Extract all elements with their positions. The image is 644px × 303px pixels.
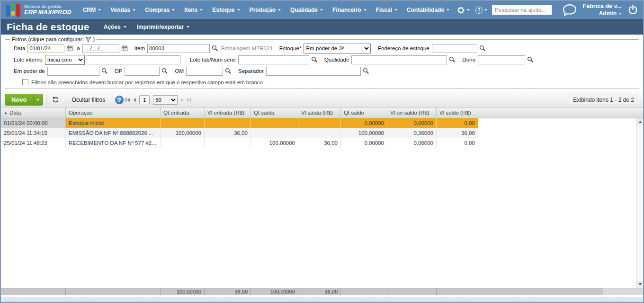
column-header[interactable]: Qt saída [251,107,298,118]
menu-vendas[interactable]: Vendas [106,7,140,13]
acoes-menu[interactable]: Ações [104,24,126,30]
footer-cell-3: 36,00 [205,288,251,295]
column-header[interactable]: Vl entrada (R$) [205,107,251,118]
help-icon: ? [475,7,483,14]
menu-fiscal[interactable]: Fiscal [371,7,402,13]
column-header[interactable]: ▲Data [1,107,66,118]
chevron-down-icon [237,9,240,11]
search-icon[interactable] [212,45,218,52]
dono-input[interactable] [478,55,525,64]
cell-3: 36,00 [205,128,251,138]
help-menu[interactable]: ? [473,7,490,14]
menu-itens[interactable]: Itens [179,7,207,13]
separador-input[interactable] [266,67,361,76]
qualidade-input[interactable] [351,55,447,64]
date-to-input[interactable] [82,44,119,53]
column-header[interactable]: Vl saldo (R$) [437,107,478,118]
calendar-icon[interactable] [121,45,128,52]
search-icon[interactable] [161,68,168,74]
help-search-input[interactable] [492,5,552,15]
search-icon[interactable] [363,68,369,74]
column-header-label: Vl saldo (R$) [439,110,471,116]
qualidade-label: Qualidade [324,57,349,62]
om-input[interactable] [186,67,223,76]
chevron-down-icon [467,9,470,11]
column-header[interactable]: Operação [66,107,161,118]
column-header[interactable]: Qt entrada [161,107,205,118]
search-icon[interactable] [479,45,486,52]
grid-toolbar: Novo Ocultar filtros ? 50 Exibindo [1,92,643,107]
menu-qualidade[interactable]: Qualidade [286,7,328,13]
cell-6: 0,00000 [341,118,387,128]
table-row[interactable]: 25/01/24 11:34:15EMISSÃO DA NF Nº 888882… [1,128,643,138]
filter-funnel-icon[interactable] [85,36,91,42]
last-page-button[interactable] [187,98,191,102]
column-header[interactable]: Vl saída (R$) [298,107,341,118]
prev-page-button[interactable] [133,98,136,102]
search-icon[interactable] [449,56,456,63]
cell-5 [298,118,341,128]
search-icon[interactable] [311,56,318,63]
cell-6: 100,00000 [341,128,387,138]
user-menu[interactable]: Fábrica de v... Admin [583,3,622,18]
chevron-down-icon [484,9,487,11]
blank-filter-label: Filtros não preenchidos devem buscar por… [31,80,263,85]
ocultar-filtros-button[interactable]: Ocultar filtros [68,95,109,105]
lote-interno-input[interactable] [87,55,180,64]
menu-label: CRM [83,7,96,13]
footer-cell-8 [437,288,478,295]
lote-interno-operator-select[interactable]: Inicia com [45,55,85,65]
imprimir-exportar-menu[interactable]: Imprimir/exportar [137,24,189,30]
calendar-icon[interactable] [66,45,73,52]
column-header[interactable]: Vl un saldo (R$) [387,107,437,118]
table-row[interactable]: 25/01/24 11:48:23RECEBIMENTO DA NF Nº 57… [1,138,643,148]
chevron-down-icon [36,99,39,101]
lote-fab-input[interactable] [238,55,309,64]
menu-compras[interactable]: Compras [140,7,179,13]
chevron-down-icon [172,9,175,11]
scroll-down-button[interactable] [637,281,643,288]
page-size-select[interactable]: 50 [153,95,178,105]
date-from-input[interactable] [27,44,64,53]
scroll-up-button[interactable] [637,118,643,125]
logout-power-icon[interactable] [627,5,638,16]
novo-dropdown[interactable] [33,94,43,105]
search-icon[interactable] [527,56,534,63]
page-number-input[interactable] [139,95,150,104]
endereco-input[interactable] [432,44,477,53]
search-icon[interactable] [225,68,232,74]
novo-button[interactable]: Novo [5,94,43,106]
first-page-button[interactable] [125,98,130,102]
next-page-button[interactable] [181,98,184,102]
settings-menu[interactable] [454,6,473,14]
column-header[interactable]: Qt saldo [341,107,387,118]
bottom-strip [1,297,643,302]
chevron-down-icon [364,9,367,11]
chevron-down-icon [320,9,323,11]
page-title: Ficha de estoque [7,21,89,33]
blank-filter-checkbox[interactable] [22,79,28,85]
grid-help-icon[interactable]: ? [115,96,124,104]
table-row[interactable]: 01/01/24 00:00:00Estoque inicial0,000000… [1,118,643,128]
menu-label: Contabilidade [407,7,444,13]
menu-estoque[interactable]: Estoque [207,7,244,13]
vertical-scrollbar[interactable] [636,118,643,288]
lote-fab-label: Lote fab/Num série [190,57,236,62]
em-poder-input[interactable] [47,67,99,76]
menu-crm[interactable]: CRM [78,7,106,13]
op-input[interactable] [125,67,160,76]
menu-contabilidade[interactable]: Contabilidade [402,7,454,13]
cell-1: EMISSÃO DA NF Nº 888882026 ... [66,128,161,138]
cell-8: 0,00 [437,118,478,128]
chat-bubble-icon[interactable] [562,4,577,17]
estoque-select[interactable]: Em poder de 3º [304,44,371,53]
main-menu: CRMVendasComprasItensEstoqueProduçãoQual… [78,7,454,13]
search-icon[interactable] [101,68,108,74]
menu-financeiro[interactable]: Financeiro [328,7,371,13]
filters-legend-close: ) [93,36,95,42]
menu-producao[interactable]: Produção [245,7,286,13]
item-input[interactable] [147,44,210,53]
filter-row-1: Data a Item Embalagem MTR324 Estoque* [10,43,634,54]
chevron-down-icon [98,9,101,11]
refresh-button[interactable] [49,95,62,104]
